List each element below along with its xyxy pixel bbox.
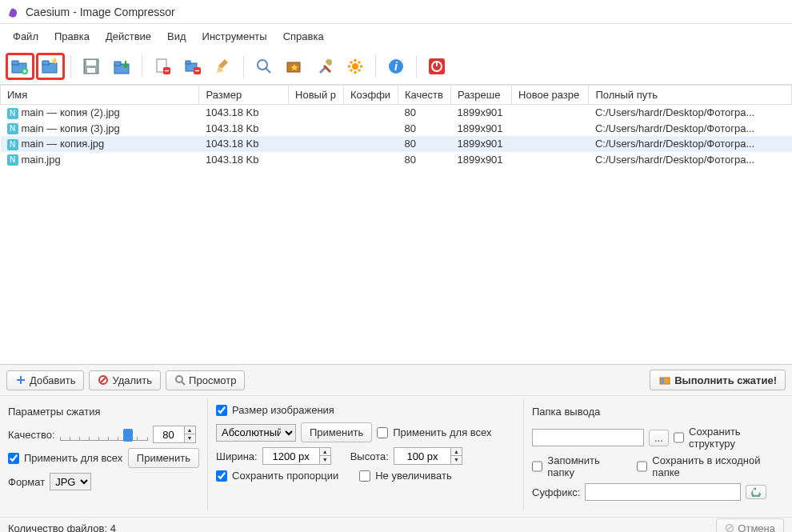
width-spinner[interactable]: ▲▼ [262, 447, 331, 465]
save-source-checkbox[interactable] [637, 461, 647, 472]
open-file-button[interactable] [6, 54, 34, 79]
table-row[interactable]: Nmain — копия.jpg1043.18 Kb801899x901C:/… [1, 136, 792, 152]
zoom-icon [254, 57, 274, 76]
menu-инструменты[interactable]: Инструменты [196, 29, 274, 44]
col-header[interactable]: Размер [199, 86, 289, 105]
cell-res: 1899x901 [450, 152, 511, 168]
menu-вид[interactable]: Вид [161, 29, 193, 44]
cell-new_res [512, 121, 589, 137]
cell-path: C:/Users/hardr/Desktop/Фотогра... [589, 152, 792, 168]
save-button[interactable] [78, 54, 105, 79]
cancel-button[interactable]: Отмена [716, 518, 784, 533]
cell-new_size [289, 121, 344, 137]
format-select[interactable]: JPG [50, 473, 91, 490]
compress-button[interactable]: Выполнить сжатие! [650, 370, 786, 390]
gear-icon [346, 57, 365, 76]
no-enlarge-checkbox[interactable] [359, 470, 370, 482]
table-row[interactable]: Nmain.jpg1043.18 Kb801899x901C:/Users/ha… [1, 152, 792, 168]
col-header[interactable]: Разреше [450, 86, 511, 105]
save-icon [82, 57, 101, 76]
height-spinner[interactable]: ▲▼ [394, 447, 462, 465]
cell-name: Nmain — копия (3).jpg [1, 121, 199, 137]
quality-spinner[interactable]: ▲▼ [153, 426, 196, 443]
open-folder-button[interactable] [37, 54, 64, 79]
keep-ratio-checkbox[interactable] [216, 470, 227, 482]
spin-down-icon[interactable]: ▼ [184, 434, 195, 442]
add-button[interactable]: Добавить [6, 370, 84, 390]
width-value[interactable] [263, 448, 319, 464]
size-apply-all-checkbox[interactable] [377, 427, 388, 438]
cell-quality: 80 [398, 136, 451, 152]
cell-size: 1043.18 Kb [199, 136, 289, 152]
svg-rect-4 [42, 61, 49, 65]
col-header[interactable]: Коэффи [344, 86, 398, 105]
col-header[interactable]: Имя [1, 86, 199, 105]
size-mode-select[interactable]: Абсолютный [216, 424, 296, 442]
table-row[interactable]: Nmain — копия (2).jpg1043.18 Kb801899x90… [1, 105, 792, 121]
remove-folder-button[interactable] [179, 54, 206, 79]
zoom-button[interactable] [250, 54, 278, 79]
tools-icon [315, 57, 334, 76]
remember-folder-checkbox[interactable] [532, 461, 542, 472]
table-body: Nmain — копия (2).jpg1043.18 Kb801899x90… [1, 105, 792, 168]
compression-title: Параметры сжатия [8, 404, 199, 419]
col-header[interactable]: Полный путь [589, 86, 792, 105]
keep-structure-checkbox[interactable] [674, 432, 684, 443]
tools-button[interactable] [311, 54, 338, 79]
file-table-wrap: ИмяРазмерНовый рКоэффиКачествРазрешеНово… [0, 85, 792, 365]
star-folder-button[interactable] [281, 54, 308, 79]
spin-up-icon[interactable]: ▲ [184, 426, 195, 434]
preview-label: Просмотр [189, 374, 236, 386]
table-row[interactable]: Nmain — копия (3).jpg1043.18 Kb801899x90… [1, 121, 792, 137]
svg-rect-13 [186, 61, 190, 64]
clean-icon [214, 57, 233, 76]
menu-правка[interactable]: Правка [48, 29, 96, 44]
cell-quality: 80 [398, 121, 451, 137]
quality-apply-all-checkbox[interactable] [8, 453, 19, 464]
cell-res: 1899x901 [450, 105, 511, 121]
power-button[interactable] [423, 54, 450, 79]
cell-new_size [289, 105, 344, 121]
preview-button[interactable]: Просмотр [166, 370, 245, 390]
svg-point-23 [176, 376, 182, 382]
height-value[interactable] [394, 448, 450, 464]
save-source-label: Сохранить в исходной папке [652, 454, 784, 478]
cell-ratio [344, 152, 398, 168]
file-badge-icon: N [7, 108, 18, 119]
output-panel: Папка вывода ... Сохранить структуру Зап… [524, 399, 792, 510]
cell-ratio [344, 121, 398, 137]
output-path-input[interactable] [532, 429, 644, 446]
info-button[interactable]: i [382, 54, 410, 79]
cell-res: 1899x901 [450, 121, 511, 137]
size-apply-button[interactable]: Применить [301, 422, 372, 442]
cell-ratio [344, 136, 398, 152]
quality-slider[interactable] [60, 426, 148, 443]
remove-folder-icon [183, 57, 202, 76]
gear-button[interactable] [342, 54, 369, 79]
quality-apply-all-label: Применить для всех [24, 452, 122, 464]
cell-new_res [512, 136, 589, 152]
quality-value[interactable] [154, 426, 184, 442]
image-size-enable-checkbox[interactable] [216, 405, 227, 416]
svg-point-17 [352, 63, 358, 70]
col-header[interactable]: Новое разре [512, 86, 589, 105]
remove-label: Удалить [112, 374, 152, 386]
menu-файл[interactable]: Файл [6, 29, 45, 44]
undo-icon [751, 487, 761, 497]
remember-folder-label: Запомнить папку [547, 454, 626, 478]
remove-button[interactable]: Удалить [89, 370, 161, 390]
table-header-row: ИмяРазмерНовый рКоэффиКачествРазрешеНово… [1, 86, 792, 105]
quality-apply-button[interactable]: Применить [128, 448, 199, 468]
suffix-reset-button[interactable] [746, 485, 766, 499]
import-folder-button[interactable] [108, 54, 135, 79]
menu-действие[interactable]: Действие [99, 29, 158, 44]
col-header[interactable]: Качеств [398, 86, 451, 105]
compress-icon [658, 374, 671, 386]
browse-button[interactable]: ... [649, 430, 669, 446]
menu-справка[interactable]: Справка [277, 29, 330, 44]
svg-rect-9 [114, 62, 121, 66]
suffix-input[interactable] [585, 483, 741, 501]
col-header[interactable]: Новый р [289, 86, 344, 105]
remove-file-button[interactable] [149, 54, 176, 79]
clean-button[interactable] [210, 54, 237, 79]
